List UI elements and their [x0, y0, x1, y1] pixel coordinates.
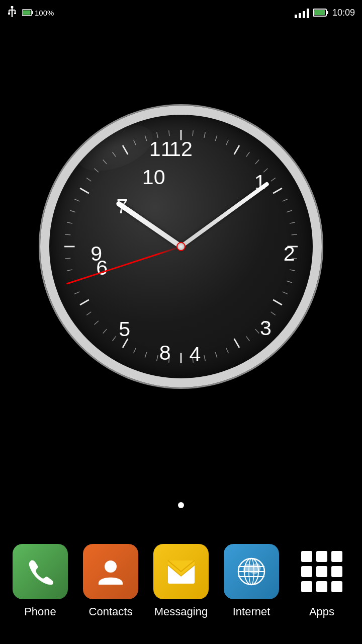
svg-line-46 — [145, 352, 146, 358]
apps-label: Apps — [309, 605, 334, 618]
contacts-icon — [83, 544, 138, 599]
phone-label: Phone — [24, 605, 56, 618]
svg-line-47 — [134, 348, 136, 353]
dock: Phone Contacts Messaging — [0, 528, 362, 644]
svg-line-39 — [226, 348, 229, 353]
svg-line-72 — [169, 130, 169, 136]
svg-point-6 — [11, 6, 14, 9]
svg-line-31 — [287, 281, 292, 282]
svg-line-36 — [255, 329, 259, 333]
svg-rect-12 — [314, 10, 325, 15]
svg-line-18 — [234, 145, 239, 154]
svg-line-25 — [287, 210, 292, 212]
svg-rect-5 — [14, 13, 16, 14]
clock-widget[interactable]: 12 1 2 3 4 5 6 7 8 9 10 11 — [0, 30, 362, 463]
dock-item-internet[interactable]: Internet — [224, 544, 279, 618]
messaging-icon — [153, 544, 209, 599]
dock-item-phone[interactable]: Phone — [13, 544, 68, 618]
internet-icon — [224, 544, 279, 599]
svg-line-64 — [86, 178, 91, 182]
svg-line-45 — [157, 355, 158, 361]
svg-line-59 — [65, 234, 70, 235]
dock-item-messaging[interactable]: Messaging — [153, 544, 209, 618]
svg-line-60 — [67, 222, 72, 223]
analog-clock[interactable]: 12 1 2 3 4 5 6 7 8 9 10 11 — [40, 106, 322, 387]
svg-line-38 — [234, 339, 239, 348]
internet-label: Internet — [233, 605, 270, 618]
svg-line-23 — [273, 188, 282, 193]
svg-line-61 — [70, 210, 75, 212]
apps-grid-icon — [294, 544, 349, 599]
svg-line-17 — [226, 140, 229, 145]
svg-text:12: 12 — [169, 137, 193, 160]
svg-line-14 — [193, 130, 193, 136]
svg-line-63 — [80, 188, 89, 193]
svg-line-62 — [74, 199, 79, 202]
svg-line-68 — [123, 145, 128, 154]
contacts-label: Contacts — [89, 605, 133, 618]
phone-icon — [13, 544, 68, 599]
svg-line-15 — [204, 132, 205, 138]
battery-percentage-small: 100% — [22, 9, 54, 17]
svg-line-41 — [204, 355, 205, 361]
page-dot — [178, 502, 184, 508]
svg-line-30 — [290, 270, 295, 271]
svg-line-40 — [215, 352, 217, 358]
svg-line-27 — [292, 234, 297, 235]
svg-rect-11 — [326, 11, 328, 14]
svg-line-52 — [86, 312, 91, 315]
svg-line-66 — [103, 160, 107, 164]
svg-rect-8 — [32, 11, 33, 14]
svg-text:2: 2 — [284, 242, 295, 265]
svg-line-20 — [255, 160, 259, 164]
svg-line-53 — [80, 300, 89, 305]
svg-line-16 — [215, 135, 217, 141]
svg-line-56 — [67, 270, 72, 271]
status-bar: 100% 10:09 — [0, 0, 362, 25]
dock-item-contacts[interactable]: Contacts — [83, 544, 138, 618]
svg-line-49 — [113, 337, 116, 341]
svg-line-33 — [273, 300, 282, 305]
svg-text:3: 3 — [260, 316, 272, 340]
svg-line-19 — [246, 152, 250, 156]
svg-line-65 — [95, 169, 99, 173]
svg-rect-4 — [8, 13, 10, 15]
messaging-label: Messaging — [154, 605, 208, 618]
svg-text:5: 5 — [119, 317, 130, 341]
clock-face: 12 1 2 3 4 5 6 7 8 9 10 11 — [40, 106, 322, 387]
svg-line-71 — [157, 132, 158, 138]
svg-line-24 — [283, 199, 288, 202]
svg-line-34 — [271, 312, 276, 315]
svg-line-26 — [290, 222, 295, 223]
center-dot — [176, 242, 186, 251]
svg-line-57 — [65, 258, 70, 259]
svg-line-32 — [283, 292, 288, 294]
battery-small-icon — [22, 9, 33, 16]
svg-text:9: 9 — [90, 242, 102, 265]
svg-text:10: 10 — [142, 166, 165, 189]
dock-item-apps[interactable]: Apps — [294, 544, 349, 618]
svg-line-37 — [246, 337, 250, 341]
status-right: 10:09 — [295, 7, 355, 18]
svg-line-54 — [74, 292, 79, 294]
page-indicator — [0, 502, 362, 508]
svg-text:11: 11 — [149, 137, 172, 160]
battery-pct-text: 100% — [35, 9, 54, 17]
svg-text:4: 4 — [190, 343, 201, 366]
svg-text:8: 8 — [159, 341, 171, 364]
status-left: 100% — [7, 6, 54, 19]
svg-line-22 — [271, 178, 276, 182]
svg-point-85 — [105, 560, 117, 573]
status-time: 10:09 — [332, 8, 355, 18]
svg-line-67 — [113, 152, 116, 156]
usb-icon — [7, 6, 17, 19]
battery-icon — [313, 9, 328, 17]
svg-line-70 — [145, 135, 146, 141]
svg-line-51 — [95, 321, 99, 325]
svg-line-50 — [103, 329, 107, 333]
svg-rect-9 — [23, 11, 31, 15]
svg-line-69 — [134, 140, 136, 145]
signal-icon — [295, 7, 309, 18]
